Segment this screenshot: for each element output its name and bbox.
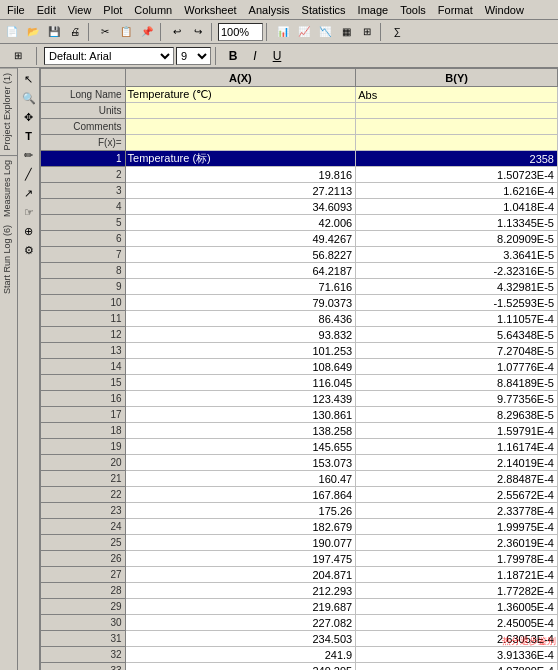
menu-item-format[interactable]: Format — [433, 3, 478, 17]
cell-b[interactable]: 1.59791E-4 — [356, 423, 558, 439]
table-row[interactable]: 1186.4361.11057E-4 — [41, 311, 558, 327]
menu-item-view[interactable]: View — [63, 3, 97, 17]
cell-b[interactable]: 4.32981E-5 — [356, 279, 558, 295]
print-button[interactable]: 🖨 — [65, 22, 85, 42]
table-row[interactable]: 14108.6491.07776E-4 — [41, 359, 558, 375]
table-row[interactable]: 22167.8642.55672E-4 — [41, 487, 558, 503]
copy-button[interactable]: 📋 — [116, 22, 136, 42]
table-row[interactable]: 864.2187-2.32316E-5 — [41, 263, 558, 279]
cell-a[interactable]: 123.439 — [125, 391, 356, 407]
cell-b[interactable]: 8.20909E-5 — [356, 231, 558, 247]
cell-b[interactable]: 1.6216E-4 — [356, 183, 558, 199]
open-button[interactable]: 📂 — [23, 22, 43, 42]
cell-b[interactable]: -1.52593E-5 — [356, 295, 558, 311]
table-row[interactable]: 33249.2954.07899E-4 — [41, 663, 558, 671]
table-row[interactable]: 15116.0458.84189E-5 — [41, 375, 558, 391]
cell-a[interactable]: 227.082 — [125, 615, 356, 631]
table-row[interactable]: 21160.472.88487E-4 — [41, 471, 558, 487]
pointer-tool[interactable]: ↖ — [20, 70, 38, 88]
table-row[interactable]: 971.6164.32981E-5 — [41, 279, 558, 295]
table-row[interactable]: 542.0061.13345E-5 — [41, 215, 558, 231]
cell-b[interactable]: -2.32316E-5 — [356, 263, 558, 279]
cell-b[interactable]: 7.27048E-5 — [356, 343, 558, 359]
cell-a[interactable]: 79.0373 — [125, 295, 356, 311]
menu-item-column[interactable]: Column — [129, 3, 177, 17]
font-select[interactable]: Default: Arial — [44, 47, 174, 65]
table-row[interactable]: 434.60931.0418E-4 — [41, 199, 558, 215]
cut-button[interactable]: ✂ — [95, 22, 115, 42]
cell-a[interactable]: 49.4267 — [125, 231, 356, 247]
plot3-button[interactable]: 📉 — [315, 22, 335, 42]
menu-item-plot[interactable]: Plot — [98, 3, 127, 17]
table-row[interactable]: 649.42678.20909E-5 — [41, 231, 558, 247]
paste-button[interactable]: 📌 — [137, 22, 157, 42]
cell-a[interactable]: 64.2187 — [125, 263, 356, 279]
cell-a[interactable]: 219.687 — [125, 599, 356, 615]
cell-a[interactable]: 204.871 — [125, 567, 356, 583]
cell-b[interactable]: 1.07776E-4 — [356, 359, 558, 375]
cell-b[interactable]: 1.50723E-4 — [356, 167, 558, 183]
cell-b[interactable]: 1.11057E-4 — [356, 311, 558, 327]
table-row[interactable]: 26197.4751.79978E-4 — [41, 551, 558, 567]
cell-a[interactable]: 108.649 — [125, 359, 356, 375]
cell-a[interactable]: 27.2113 — [125, 183, 356, 199]
table-row[interactable]: 20153.0732.14019E-4 — [41, 455, 558, 471]
cell-a[interactable]: 249.295 — [125, 663, 356, 671]
table-row[interactable]: 25190.0772.36019E-4 — [41, 535, 558, 551]
cell-a[interactable]: 138.258 — [125, 423, 356, 439]
text-tool[interactable]: T — [20, 127, 38, 145]
cell-a[interactable]: 234.503 — [125, 631, 356, 647]
table-row[interactable]: 18138.2581.59791E-4 — [41, 423, 558, 439]
cell-b[interactable]: 5.64348E-5 — [356, 327, 558, 343]
undo-button[interactable]: ↩ — [167, 22, 187, 42]
table-row[interactable]: 31234.5032.63053E-4 — [41, 631, 558, 647]
cell-b[interactable]: 2358 — [356, 151, 558, 167]
table-row[interactable]: 16123.4399.77356E-5 — [41, 391, 558, 407]
menu-item-edit[interactable]: Edit — [32, 3, 61, 17]
cell-a[interactable]: 34.6093 — [125, 199, 356, 215]
cell-a[interactable]: 190.077 — [125, 535, 356, 551]
menu-item-worksheet[interactable]: Worksheet — [179, 3, 241, 17]
data-tool[interactable]: ⊕ — [20, 222, 38, 240]
cell-a[interactable]: 197.475 — [125, 551, 356, 567]
cell-a[interactable]: 19.816 — [125, 167, 356, 183]
save-button[interactable]: 💾 — [44, 22, 64, 42]
cell-b[interactable]: 8.29638E-5 — [356, 407, 558, 423]
table-row[interactable]: 19145.6551.16174E-4 — [41, 439, 558, 455]
cell-a[interactable]: 56.8227 — [125, 247, 356, 263]
table-row[interactable]: 17130.8618.29638E-5 — [41, 407, 558, 423]
plot2-button[interactable]: 📈 — [294, 22, 314, 42]
cell-b[interactable]: 3.91336E-4 — [356, 647, 558, 663]
cell-b[interactable]: 2.33778E-4 — [356, 503, 558, 519]
pan-tool[interactable]: ✥ — [20, 108, 38, 126]
table-row[interactable]: 13101.2537.27048E-5 — [41, 343, 558, 359]
cell-a[interactable]: 167.864 — [125, 487, 356, 503]
menu-item-analysis[interactable]: Analysis — [244, 3, 295, 17]
cell-a[interactable]: Temperature (标) — [125, 151, 356, 167]
plot4-button[interactable]: ▦ — [336, 22, 356, 42]
cell-b[interactable]: 2.14019E-4 — [356, 455, 558, 471]
table-row[interactable]: 756.82273.3641E-5 — [41, 247, 558, 263]
cell-a[interactable]: 182.679 — [125, 519, 356, 535]
menu-item-image[interactable]: Image — [353, 3, 394, 17]
plot5-button[interactable]: ⊞ — [357, 22, 377, 42]
cell-a[interactable]: 212.293 — [125, 583, 356, 599]
cell-a[interactable]: 160.47 — [125, 471, 356, 487]
zoom-input[interactable] — [218, 23, 263, 41]
menu-item-tools[interactable]: Tools — [395, 3, 431, 17]
menu-item-statistics[interactable]: Statistics — [297, 3, 351, 17]
cell-b[interactable]: 9.77356E-5 — [356, 391, 558, 407]
cell-b[interactable]: 1.99975E-4 — [356, 519, 558, 535]
cell-b[interactable]: 2.36019E-4 — [356, 535, 558, 551]
cell-a[interactable]: 86.436 — [125, 311, 356, 327]
table-row[interactable]: 27204.8711.18721E-4 — [41, 567, 558, 583]
cell-b[interactable]: 4.07899E-4 — [356, 663, 558, 671]
table-row[interactable]: 24182.6791.99975E-4 — [41, 519, 558, 535]
cell-b[interactable]: 2.45005E-4 — [356, 615, 558, 631]
cell-b[interactable]: 2.63053E-4 — [356, 631, 558, 647]
italic-button[interactable]: I — [245, 47, 265, 65]
table-row[interactable]: 219.8161.50723E-4 — [41, 167, 558, 183]
line-tool[interactable]: ╱ — [20, 165, 38, 183]
table-row[interactable]: 327.21131.6216E-4 — [41, 183, 558, 199]
cell-b[interactable]: 1.18721E-4 — [356, 567, 558, 583]
